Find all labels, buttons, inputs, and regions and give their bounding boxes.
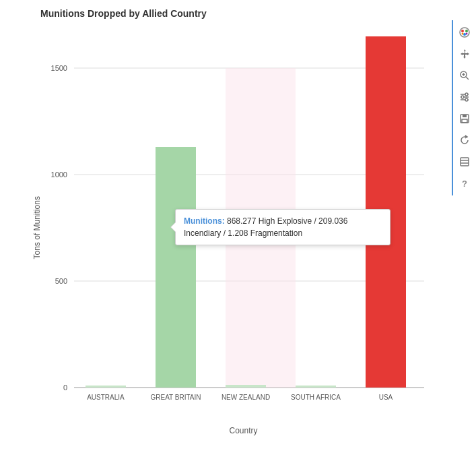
svg-point-27 — [465, 98, 468, 101]
svg-rect-36 — [462, 119, 467, 123]
svg-text:USA: USA — [379, 394, 393, 401]
svg-text:1000: 1000 — [51, 171, 67, 179]
chart-title: Munitions Dropped by Allied Country — [40, 8, 207, 19]
view-icon[interactable] — [455, 152, 474, 171]
save-icon[interactable] — [455, 109, 474, 128]
svg-point-20 — [466, 33, 468, 35]
bar-south-africa[interactable] — [296, 386, 336, 388]
bar-australia[interactable] — [86, 386, 126, 388]
svg-rect-11 — [226, 68, 296, 388]
x-axis-label: Country — [40, 426, 446, 435]
svg-text:1500: 1500 — [51, 64, 67, 72]
svg-text:0: 0 — [63, 383, 67, 392]
help-icon[interactable]: ? — [455, 174, 474, 193]
svg-rect-37 — [461, 158, 469, 166]
svg-point-18 — [463, 33, 466, 36]
svg-point-17 — [465, 30, 468, 32]
chart-container: Munitions Dropped by Allied Country Tons… — [0, 0, 476, 461]
bar-new-zealand[interactable] — [226, 385, 266, 388]
svg-text:GREAT BRITAIN: GREAT BRITAIN — [150, 394, 201, 401]
svg-rect-35 — [463, 115, 467, 117]
svg-text:AUSTRALIA: AUSTRALIA — [87, 394, 125, 401]
svg-point-16 — [461, 30, 464, 32]
palette-icon[interactable] — [455, 23, 474, 42]
bar-usa[interactable] — [366, 36, 406, 388]
zoom-icon[interactable] — [455, 66, 474, 85]
svg-point-19 — [462, 33, 464, 35]
refresh-icon[interactable] — [455, 131, 474, 150]
filter-icon[interactable] — [455, 88, 474, 106]
svg-text:500: 500 — [55, 277, 67, 285]
svg-point-26 — [465, 93, 468, 96]
toolbar: ? — [452, 20, 476, 195]
chart-svg: 0 500 1000 1500 AUSTRALIA GREAT BRITAIN … — [40, 24, 444, 414]
move-icon[interactable] — [455, 44, 474, 63]
svg-line-22 — [466, 77, 469, 80]
svg-text:NEW ZEALAND: NEW ZEALAND — [222, 394, 270, 401]
svg-text:SOUTH AFRICA: SOUTH AFRICA — [291, 394, 341, 401]
svg-point-25 — [461, 96, 464, 98]
bar-great-britain[interactable] — [156, 147, 196, 388]
